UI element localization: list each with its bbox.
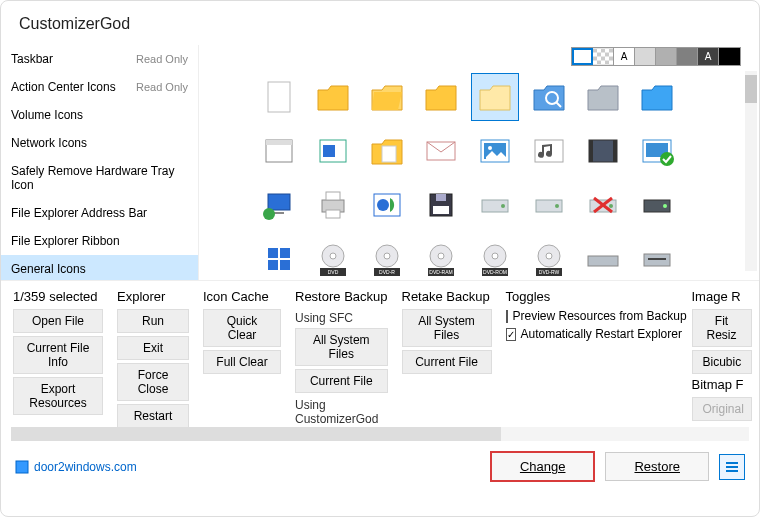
icon-window-blue[interactable] — [309, 127, 357, 175]
sidebar-item-file-explorer-ribbon[interactable]: File Explorer Ribbon — [1, 227, 198, 255]
svg-point-49 — [384, 253, 390, 259]
full-clear-button[interactable]: Full Clear — [203, 350, 281, 374]
icon-folder-docs[interactable] — [363, 127, 411, 175]
svg-rect-42 — [268, 260, 278, 270]
svg-point-26 — [377, 199, 389, 211]
icon-picture[interactable] — [471, 127, 519, 175]
read-only-badge: Read Only — [136, 81, 188, 93]
explorer-exit-button[interactable]: Exit — [117, 336, 189, 360]
export-resources-button[interactable]: Export Resources — [13, 377, 103, 415]
icon-dvd-r[interactable]: DVD-R — [363, 235, 411, 280]
svg-point-53 — [438, 253, 444, 259]
svg-rect-43 — [280, 260, 290, 270]
icon-start-tiles[interactable] — [255, 235, 303, 280]
icon-drive-wide[interactable] — [579, 235, 627, 280]
sidebar-item-safely-remove-hardware-tray-icon[interactable]: Safely Remove Hardware Tray Icon — [1, 157, 198, 199]
using-cg-label: Using CustomizerGod — [295, 398, 388, 426]
explorer-force-close-button[interactable]: Force Close — [117, 363, 189, 401]
icon-floppy[interactable] — [417, 181, 465, 229]
svg-text:DVD-RW: DVD-RW — [539, 269, 560, 275]
icon-drive-slot[interactable] — [633, 235, 681, 280]
icon-dvd-rw[interactable]: DVD-RW — [525, 235, 573, 280]
icon-dvd-ram[interactable]: DVD-RAM — [417, 235, 465, 280]
sidebar-item-label: Taskbar — [11, 52, 53, 66]
icon-blank-page[interactable] — [255, 73, 303, 121]
sidebar-item-volume-icons[interactable]: Volume Icons — [1, 101, 198, 129]
restore-all-system-files-button[interactable]: All System Files — [295, 328, 388, 366]
bg-swatch-0[interactable] — [572, 48, 593, 65]
icon-mail[interactable] — [417, 127, 465, 175]
icon-drive[interactable] — [525, 181, 573, 229]
toggle-preview-resources[interactable]: Preview Resources from Backup — [506, 309, 678, 323]
icon-window-app[interactable] — [255, 127, 303, 175]
icon-dvd[interactable]: DVD — [309, 235, 357, 280]
icon-drive[interactable] — [471, 181, 519, 229]
bg-swatch-4[interactable] — [656, 48, 677, 65]
scrollbar-thumb[interactable] — [11, 427, 501, 441]
svg-rect-7 — [382, 146, 396, 162]
svg-point-18 — [660, 152, 674, 166]
retake-current-file-button[interactable]: Current File — [402, 350, 492, 374]
icon-cache-heading: Icon Cache — [203, 289, 281, 304]
icon-folder-gray[interactable] — [579, 73, 627, 121]
fit-resize-button[interactable]: Fit Resiz — [692, 309, 752, 347]
icon-control-panel[interactable] — [363, 181, 411, 229]
bg-swatch-6[interactable]: A — [698, 48, 719, 65]
svg-rect-15 — [613, 140, 617, 162]
sidebar-item-taskbar[interactable]: TaskbarRead Only — [1, 45, 198, 73]
sidebar-item-general-icons[interactable]: General Icons — [1, 255, 198, 280]
icon-folder-yellow[interactable] — [309, 73, 357, 121]
bg-swatch-2[interactable]: A — [614, 48, 635, 65]
bg-swatch-5[interactable] — [677, 48, 698, 65]
sidebar-item-network-icons[interactable]: Network Icons — [1, 129, 198, 157]
svg-point-11 — [488, 146, 492, 150]
icon-search-folder[interactable] — [525, 73, 573, 121]
icon-folder-empty[interactable] — [471, 73, 519, 121]
bg-swatch-3[interactable] — [635, 48, 656, 65]
horizontal-scrollbar[interactable] — [11, 427, 749, 441]
quick-clear-button[interactable]: Quick Clear — [203, 309, 281, 347]
sidebar-item-label: General Icons — [11, 262, 86, 276]
icon-checked-item[interactable] — [633, 127, 681, 175]
current-file-info-button[interactable]: Current File Info — [13, 336, 103, 374]
restore-button[interactable]: Restore — [605, 452, 709, 481]
vertical-scrollbar[interactable] — [745, 71, 757, 271]
svg-text:DVD-RAM: DVD-RAM — [429, 269, 452, 275]
retake-all-system-files-button[interactable]: All System Files — [402, 309, 492, 347]
icon-video[interactable] — [579, 127, 627, 175]
scrollbar-thumb[interactable] — [745, 75, 757, 103]
icon-folder-closed[interactable] — [417, 73, 465, 121]
icon-folder-blue[interactable] — [633, 73, 681, 121]
toggle-auto-restart-explorer[interactable]: ✓ Automatically Restart Explorer — [506, 327, 678, 341]
svg-rect-23 — [326, 192, 340, 200]
bg-swatch-7[interactable] — [719, 48, 740, 65]
website-link[interactable]: door2windows.com — [15, 460, 137, 474]
explorer-run-button[interactable]: Run — [117, 309, 189, 333]
icon-dvd-rom[interactable]: DVD-ROM — [471, 235, 519, 280]
background-swatch-bar: AA — [571, 47, 741, 66]
svg-point-31 — [501, 204, 505, 208]
toggle-preview-label: Preview Resources from Backup — [513, 309, 687, 323]
svg-text:DVD: DVD — [328, 269, 339, 275]
sidebar-item-file-explorer-address-bar[interactable]: File Explorer Address Bar — [1, 199, 198, 227]
icon-drive-dark[interactable] — [633, 181, 681, 229]
bicubic-button[interactable]: Bicubic — [692, 350, 752, 374]
sidebar-item-action-center-icons[interactable]: Action Center IconsRead Only — [1, 73, 198, 101]
icon-music-note[interactable] — [525, 127, 573, 175]
explorer-restart-button[interactable]: Restart — [117, 404, 189, 427]
window-title: CustomizerGod — [1, 1, 759, 45]
svg-rect-64 — [588, 256, 618, 266]
svg-point-33 — [555, 204, 559, 208]
menu-icon-button[interactable] — [719, 454, 745, 480]
original-button[interactable]: Original — [692, 397, 752, 421]
change-button[interactable]: Change — [490, 451, 596, 482]
bg-swatch-1[interactable] — [593, 48, 614, 65]
svg-rect-14 — [589, 140, 593, 162]
icon-computer-network[interactable] — [255, 181, 303, 229]
restore-current-file-button[interactable]: Current File — [295, 369, 388, 393]
open-file-button[interactable]: Open File — [13, 309, 103, 333]
icon-printer[interactable] — [309, 181, 357, 229]
icon-folder-open-yellow[interactable] — [363, 73, 411, 121]
hamburger-icon — [725, 461, 739, 473]
icon-drive-red-x[interactable] — [579, 181, 627, 229]
